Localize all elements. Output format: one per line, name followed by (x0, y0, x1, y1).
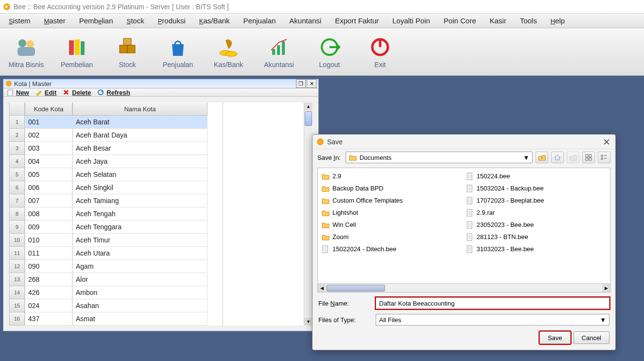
folder-item[interactable]: 2.9 (320, 170, 464, 182)
save-dialog-close[interactable] (602, 137, 611, 147)
up-folder-button[interactable] (536, 152, 548, 163)
files-of-type-combo[interactable]: All Files ▼ (376, 314, 609, 326)
file-list[interactable]: 2.9Backup Data BPDCustom Office Template… (317, 168, 610, 292)
hscroll-left-arrow[interactable]: ◀ (318, 284, 326, 292)
folder-item[interactable]: Custom Office Templates (320, 194, 464, 206)
cell-nama[interactable]: Aceh Singkil (72, 181, 208, 194)
row-header[interactable]: 13 (9, 273, 25, 286)
menu-produksi[interactable]: Produksi (153, 15, 191, 27)
menu-kas-bank[interactable]: Kas/Bank (194, 15, 235, 27)
toolbar-akuntansi[interactable]: Akuntansi (255, 30, 303, 74)
cell-kode[interactable]: 426 (25, 286, 72, 299)
row-header[interactable]: 15 (9, 299, 25, 312)
file-item[interactable]: 23052023 - Bee.bee (464, 219, 609, 231)
file-item[interactable]: 15022024 - Ditech.bee (320, 243, 464, 255)
folder-item[interactable]: Backup Data BPD (320, 182, 464, 194)
file-item[interactable]: 281123 - BTN.bee (464, 231, 609, 243)
cell-kode[interactable]: 009 (25, 221, 72, 234)
file-name-input[interactable]: Daftar Kota Beeaccounting (376, 297, 609, 309)
col-nama[interactable]: Nama Kota (72, 103, 208, 116)
cell-kode[interactable]: 090 (25, 260, 72, 273)
hscroll-right-arrow[interactable]: ▶ (602, 284, 610, 292)
cell-nama[interactable]: Asmat (72, 312, 208, 326)
file-item[interactable]: 150224.bee (464, 170, 609, 182)
cell-kode[interactable]: 001 (25, 116, 72, 129)
cell-kode[interactable]: 007 (25, 194, 72, 207)
toolbar-exit[interactable]: Exit (356, 30, 404, 74)
cell-nama[interactable]: Aceh Tamiang (72, 194, 208, 207)
cell-kode[interactable]: 004 (25, 155, 72, 168)
home-button[interactable] (551, 152, 564, 163)
cell-nama[interactable]: Aceh Tenggara (72, 221, 208, 234)
menu-tools[interactable]: Tools (515, 15, 542, 27)
cell-nama[interactable]: Aceh Utara (72, 247, 208, 260)
row-header[interactable]: 6 (9, 181, 25, 194)
row-header[interactable]: 5 (9, 168, 25, 181)
save-button[interactable]: Save (540, 331, 571, 344)
cell-kode[interactable]: 003 (25, 142, 72, 155)
cell-nama[interactable]: Asahan (72, 299, 208, 312)
cell-kode[interactable]: 008 (25, 207, 72, 221)
new-folder-button[interactable] (567, 152, 579, 163)
cell-nama[interactable]: Aceh Barat (72, 116, 208, 129)
scroll-up-arrow[interactable]: ▲ (304, 103, 313, 110)
file-item[interactable]: 31032023 - Bee.bee (464, 243, 609, 255)
row-header[interactable]: 3 (9, 142, 25, 155)
kota-scrollbar[interactable]: ▲ ▼ (304, 103, 313, 326)
cell-kode[interactable]: 437 (25, 312, 72, 326)
toolbar-kas-bank[interactable]: Kas/Bank (204, 30, 253, 74)
cell-nama[interactable]: Aceh Selatan (72, 168, 208, 181)
cell-kode[interactable]: 024 (25, 299, 72, 312)
file-list-hscroll[interactable]: ◀ ▶ (318, 283, 610, 292)
menu-export-faktur[interactable]: Export Faktur (330, 15, 383, 27)
row-header[interactable]: 2 (9, 129, 25, 142)
cell-kode[interactable]: 005 (25, 168, 72, 181)
menu-help[interactable]: Help (546, 15, 570, 27)
save-in-combo[interactable]: Documents ▼ (346, 152, 533, 163)
cell-nama[interactable]: Aceh Besar (72, 142, 208, 155)
cell-kode[interactable]: 268 (25, 273, 72, 286)
folder-item[interactable]: Win Cell (320, 219, 464, 231)
row-header[interactable]: 14 (9, 286, 25, 299)
save-dialog-titlebar[interactable]: Save (313, 135, 615, 149)
row-header[interactable]: 9 (9, 221, 25, 234)
menu-sistem[interactable]: Sistem (4, 15, 35, 27)
toolbar-pembelian[interactable]: Pembelian (52, 30, 101, 74)
kota-window-titlebar[interactable]: Kota | Master ❐ ✕ (3, 79, 318, 88)
file-item[interactable]: 2.9.rar (464, 206, 609, 219)
delete-button[interactable]: Delete (62, 88, 91, 96)
folder-item[interactable]: Zoom (320, 231, 464, 243)
menu-penjualan[interactable]: Penjualan (239, 15, 281, 27)
toolbar-penjualan[interactable]: Penjualan (154, 30, 202, 74)
file-item[interactable]: 15032024 - Backup.bee (464, 182, 609, 194)
kota-window-close[interactable]: ✕ (307, 79, 316, 88)
row-header[interactable]: 8 (9, 207, 25, 221)
menu-loyalti-poin[interactable]: Loyalti Poin (387, 15, 435, 27)
row-header[interactable]: 16 (9, 312, 25, 326)
row-header[interactable]: 10 (9, 234, 25, 247)
menu-akuntansi[interactable]: Akuntansi (284, 15, 326, 27)
hscroll-thumb[interactable] (327, 285, 385, 292)
cell-nama[interactable]: Aceh Tengah (72, 207, 208, 221)
cell-nama[interactable]: Aceh Timur (72, 234, 208, 247)
row-header[interactable]: 12 (9, 260, 25, 273)
menu-poin-core[interactable]: Poin Core (439, 15, 481, 27)
row-header[interactable]: 7 (9, 194, 25, 207)
cancel-button[interactable]: Cancel (574, 331, 609, 344)
col-kode[interactable]: Kode Kota (25, 103, 72, 116)
cell-nama[interactable]: Agam (72, 260, 208, 273)
file-item[interactable]: 17072023 - Beeplat.bee (464, 194, 609, 206)
cell-kode[interactable]: 011 (25, 247, 72, 260)
scroll-down-arrow[interactable]: ▼ (304, 318, 313, 326)
menu-pembelian[interactable]: Pembelian (74, 15, 118, 27)
folder-item[interactable]: Lightshot (320, 206, 464, 219)
scroll-thumb[interactable] (305, 111, 312, 126)
new-button[interactable]: New (6, 88, 29, 96)
menu-kasir[interactable]: Kasir (485, 15, 511, 27)
edit-button[interactable]: Edit (35, 88, 57, 96)
menu-master[interactable]: Master (39, 15, 70, 27)
toolbar-logout[interactable]: Logout (305, 30, 354, 74)
cell-kode[interactable]: 006 (25, 181, 72, 194)
row-header[interactable]: 4 (9, 155, 25, 168)
menu-stock[interactable]: Stock (122, 15, 149, 27)
